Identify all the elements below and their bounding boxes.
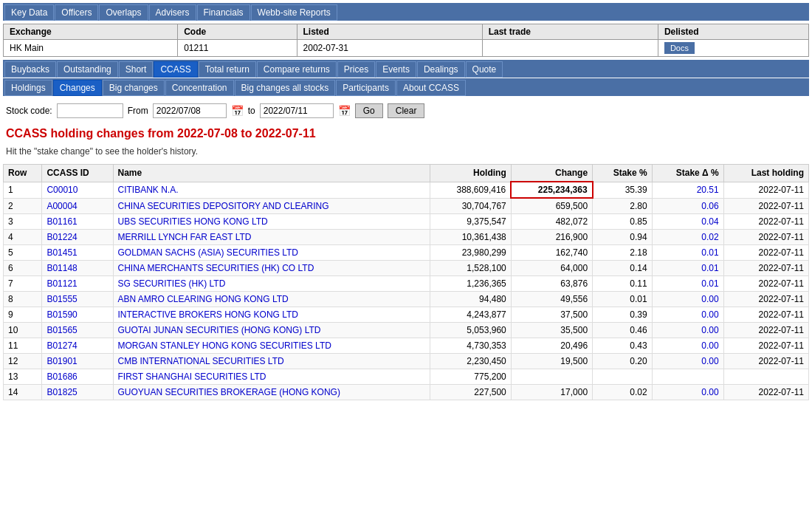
cell-stake-delta: 0.01 [652, 245, 723, 261]
name-link[interactable]: ABN AMRO CLEARING HONG KONG LTD [118, 294, 289, 304]
name-link[interactable]: CITIBANK N.A. [118, 185, 179, 195]
stake-delta-link[interactable]: 0.00 [701, 294, 718, 304]
sec-nav-total-return[interactable]: Total return [199, 61, 256, 78]
name-link[interactable]: FIRST SHANGHAI SECURITIES LTD [118, 372, 266, 382]
top-nav-key-data[interactable]: Key Data [4, 4, 54, 21]
cell-row-num: 10 [4, 323, 42, 338]
code-value: 01211 [178, 40, 297, 57]
stake-delta-link[interactable]: 0.00 [701, 309, 718, 320]
third-nav-big-changes[interactable]: Big changes [103, 80, 165, 96]
table-row: 1C00010CITIBANK N.A.388,609,416225,234,3… [4, 182, 809, 198]
name-link[interactable]: GUOYUAN SECURITIES BROKERAGE (HONG KONG) [118, 387, 340, 397]
ccass-id-link[interactable]: B01590 [47, 309, 77, 320]
ccass-id-link[interactable]: B01901 [47, 356, 77, 366]
top-nav-overlaps[interactable]: Overlaps [99, 4, 148, 21]
ccass-id-link[interactable]: B01148 [47, 263, 77, 273]
stake-delta-link[interactable]: 20.51 [697, 185, 719, 195]
third-nav-concentration[interactable]: Concentration [165, 80, 234, 96]
third-nav-big-changes-all[interactable]: Big changes all stocks [235, 80, 336, 96]
ccass-id-link[interactable]: B01121 [47, 278, 77, 289]
third-nav-participants[interactable]: Participants [336, 80, 396, 96]
stake-delta-link[interactable]: 0.01 [701, 247, 718, 258]
top-nav-advisers[interactable]: Advisers [149, 4, 196, 21]
top-nav-financials[interactable]: Financials [197, 4, 250, 21]
ccass-id-link[interactable]: C00010 [47, 185, 78, 195]
name-link[interactable]: GOLDMAN SACHS (ASIA) SECURITIES LTD [118, 247, 298, 258]
cell-holding: 5,053,960 [430, 323, 512, 338]
sec-nav-dealings[interactable]: Dealings [417, 61, 465, 78]
sec-nav-short[interactable]: Short [119, 61, 154, 78]
third-nav: Holdings Changes Big changes Concentrati… [3, 78, 809, 96]
name-link[interactable]: CMB INTERNATIONAL SECURITIES LTD [118, 356, 284, 366]
sec-nav-outstanding[interactable]: Outstanding [57, 61, 118, 78]
go-button[interactable]: Go [355, 103, 383, 118]
cell-name: CHINA SECURITIES DEPOSITORY AND CLEARING [113, 198, 430, 214]
stake-delta-link[interactable]: 0.00 [701, 356, 718, 366]
name-link[interactable]: CHINA MERCHANTS SECURITIES (HK) CO LTD [118, 263, 314, 273]
ccass-id-link[interactable]: B01565 [47, 325, 77, 335]
cell-name: UBS SECURITIES HONG KONG LTD [113, 214, 430, 230]
table-row: 8B01555ABN AMRO CLEARING HONG KONG LTD94… [4, 292, 809, 307]
name-link[interactable]: GUOTAI JUNAN SECURITIES (HONG KONG) LTD [118, 325, 321, 335]
stake-delta-link[interactable]: 0.00 [701, 387, 718, 397]
stake-delta-link[interactable]: 0.01 [701, 263, 718, 273]
cell-stake-delta: 0.04 [652, 214, 723, 230]
sec-nav-events[interactable]: Events [376, 61, 416, 78]
sec-nav-compare-returns[interactable]: Compare returns [257, 61, 337, 78]
stake-delta-link[interactable]: 0.01 [701, 278, 718, 289]
top-nav-officers[interactable]: Officers [55, 4, 98, 21]
stock-code-input[interactable] [57, 103, 123, 118]
name-link[interactable]: MERRILL LYNCH FAR EAST LTD [118, 232, 252, 242]
calendar-icon-from[interactable]: 📅 [231, 105, 244, 117]
cell-holding: 4,730,353 [430, 338, 512, 354]
cell-stake-percent: 0.43 [593, 338, 653, 354]
top-nav-webb-reports[interactable]: Webb-site Reports [251, 4, 337, 21]
ccass-id-link[interactable]: B01555 [47, 294, 77, 304]
calendar-icon-to[interactable]: 📅 [338, 105, 351, 117]
listed-col-header: Listed [297, 24, 482, 40]
ccass-id-link[interactable]: A00004 [47, 201, 77, 211]
ccass-id-link[interactable]: B01274 [47, 340, 77, 351]
ccass-id-link[interactable]: B01825 [47, 387, 77, 397]
cell-stake-percent: 0.39 [593, 307, 653, 323]
sec-nav-quote[interactable]: Quote [466, 61, 503, 78]
cell-row-num: 11 [4, 338, 42, 354]
table-row: 10B01565GUOTAI JUNAN SECURITIES (HONG KO… [4, 323, 809, 338]
ccass-id-link[interactable]: B01451 [47, 247, 77, 258]
name-link[interactable]: MORGAN STANLEY HONG KONG SECURITIES LTD [118, 340, 331, 351]
cell-stake-percent: 0.46 [593, 323, 653, 338]
sec-nav-ccass[interactable]: CCASS [154, 61, 197, 78]
docs-button[interactable]: Docs [664, 42, 695, 54]
stake-delta-link[interactable]: 0.00 [701, 340, 718, 351]
cell-row-num: 8 [4, 292, 42, 307]
from-date-input[interactable] [153, 103, 227, 118]
sec-nav-prices[interactable]: Prices [337, 61, 375, 78]
table-row: 4B01224MERRILL LYNCH FAR EAST LTD10,361,… [4, 230, 809, 245]
ccass-id-link[interactable]: B01224 [47, 232, 77, 242]
name-link[interactable]: SG SECURITIES (HK) LTD [118, 278, 226, 289]
table-row: 13B01686FIRST SHANGHAI SECURITIES LTD775… [4, 369, 809, 385]
stake-delta-link[interactable]: 0.06 [701, 201, 718, 211]
cell-last-holding: 2022-07-11 [723, 307, 808, 323]
name-link[interactable]: CHINA SECURITIES DEPOSITORY AND CLEARING [118, 201, 329, 211]
table-row: 9B01590INTERACTIVE BROKERS HONG KONG LTD… [4, 307, 809, 323]
third-nav-holdings[interactable]: Holdings [4, 80, 52, 96]
clear-button[interactable]: Clear [388, 103, 425, 118]
name-link[interactable]: INTERACTIVE BROKERS HONG KONG LTD [118, 309, 298, 320]
ccass-id-link[interactable]: B01686 [47, 372, 77, 382]
ccass-id-link[interactable]: B01161 [47, 216, 77, 227]
stake-delta-link[interactable]: 0.02 [701, 232, 718, 242]
third-nav-about-ccass[interactable]: About CCASS [396, 80, 466, 96]
cell-name: GUOYUAN SECURITIES BROKERAGE (HONG KONG) [113, 385, 430, 400]
stake-delta-link[interactable]: 0.00 [701, 325, 718, 335]
to-date-input[interactable] [260, 103, 334, 118]
sec-nav-buybacks[interactable]: Buybacks [4, 61, 56, 78]
stake-delta-link[interactable]: 0.04 [701, 216, 718, 227]
th-stake-delta: Stake Δ % [652, 165, 723, 182]
third-nav-changes[interactable]: Changes [53, 80, 102, 96]
cell-ccass-id: B01686 [42, 369, 113, 385]
cell-change: 35,500 [511, 323, 592, 338]
cell-stake-delta: 0.00 [652, 323, 723, 338]
name-link[interactable]: UBS SECURITIES HONG KONG LTD [118, 216, 268, 227]
table-row: 3B01161UBS SECURITIES HONG KONG LTD9,375… [4, 214, 809, 230]
